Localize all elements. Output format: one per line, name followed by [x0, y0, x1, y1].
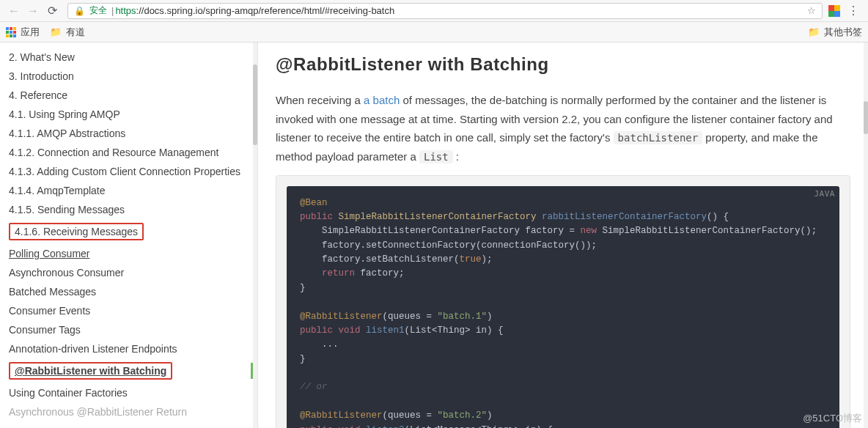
toc-item-label: Using Container Factories — [9, 387, 128, 399]
toc-item[interactable]: 4.1.5. Sending Messages — [4, 201, 257, 218]
toc-item-label: 4.1.2. Connection and Resource Managemen… — [9, 147, 218, 158]
apps-label[interactable]: 应用 — [21, 26, 40, 39]
bookmarks-bar: 应用 📁 有道 📁 其他书签 — [0, 22, 868, 43]
folder-icon: 📁 — [808, 26, 820, 37]
main-scrollbar-track[interactable] — [864, 43, 868, 428]
toc-item[interactable]: 4.1.2. Connection and Resource Managemen… — [4, 144, 257, 161]
toc-item-label: 4. Reference — [9, 89, 67, 101]
toc-item-label: Batched Messages — [9, 286, 96, 298]
toc-item[interactable]: 4.1. Using Spring AMQP — [4, 106, 257, 123]
toc-item-label: 4.1.6. Receiving Messages — [9, 223, 144, 240]
toc-item[interactable]: Consumer Tags — [4, 321, 257, 339]
forward-button[interactable]: → — [26, 4, 40, 18]
browser-toolbar: ← → ⟳ 🔒 安全 | https://docs.spring.io/spri… — [0, 0, 868, 22]
toc-item-label: @RabbitListener with Batching — [9, 362, 172, 380]
reload-button[interactable]: ⟳ — [45, 4, 59, 18]
other-bookmarks[interactable]: 其他书签 — [824, 26, 862, 39]
watermark: @51CTO博客 — [803, 412, 862, 425]
toc-item[interactable]: Asynchronous Consumer — [4, 264, 257, 281]
secure-label: 安全 — [89, 4, 107, 17]
page-body: 2. What's New3. Introduction4. Reference… — [0, 43, 868, 428]
extension-icon[interactable] — [828, 5, 840, 17]
toc-item-label: 3. Introduction — [9, 70, 74, 82]
toc-item-label: 4.1. Using Spring AMQP — [9, 108, 120, 120]
toc-item-label: Annotation-driven Listener Endpoints — [9, 343, 177, 355]
code-block-wrapper: JAVA @Bean public SimpleRabbitListenerCo… — [276, 175, 850, 428]
toc-item[interactable]: 2. What's New — [4, 48, 257, 66]
main-content: @RabbitListener with Batching When recei… — [258, 43, 868, 428]
toc-item[interactable]: Annotation-driven Listener Endpoints — [4, 340, 257, 358]
toc-item[interactable]: 4.1.3. Adding Custom Client Connection P… — [4, 163, 257, 180]
toc-item-label: 4.1.1. AMQP Abstractions — [9, 128, 125, 139]
apps-icon[interactable] — [6, 27, 16, 37]
back-button[interactable]: ← — [7, 4, 21, 18]
toc-item[interactable]: 4.1.1. AMQP Abstractions — [4, 125, 257, 142]
toc-item[interactable]: 4.1.4. AmqpTemplate — [4, 182, 257, 199]
main-scrollbar-thumb[interactable] — [864, 101, 868, 134]
folder-icon: 📁 — [50, 26, 62, 37]
url-separator: | — [111, 5, 114, 16]
toc-item-label: Consumer Events — [9, 305, 90, 317]
intro-paragraph: When receiving a a batch of messages, th… — [276, 91, 850, 166]
code-language-badge: JAVA — [814, 189, 836, 199]
browser-menu-icon[interactable]: ⋮ — [847, 4, 859, 18]
toc-item-label: Polling Consumer — [9, 248, 90, 259]
toc-item-label: Consumer Tags — [9, 324, 81, 336]
toc-item-label: Asynchronous @RabbitListener Return — [9, 406, 187, 418]
toc-item[interactable]: @RabbitListener with Batching — [4, 359, 257, 383]
toc-item-label: 4.1.3. Adding Custom Client Connection P… — [9, 166, 240, 177]
a-batch-link[interactable]: a batch — [364, 94, 400, 106]
inline-code-batchlistener: batchListener — [614, 131, 703, 144]
toc-item[interactable]: Batched Messages — [4, 283, 257, 300]
toc-item[interactable]: Polling Consumer — [4, 245, 257, 262]
bookmark-star-icon[interactable]: ☆ — [807, 5, 816, 16]
text: : — [453, 150, 459, 163]
toc-item[interactable]: 4.1.6. Receiving Messages — [4, 220, 257, 243]
toc-item[interactable]: Using Container Factories — [4, 384, 257, 402]
bookmark-folder-1[interactable]: 有道 — [66, 26, 85, 39]
toc-item[interactable]: Asynchronous @RabbitListener Return — [4, 403, 257, 421]
toc-item[interactable]: 3. Introduction — [4, 67, 257, 85]
code-block[interactable]: @Bean public SimpleRabbitListenerContain… — [287, 186, 839, 428]
toc-item[interactable]: 4. Reference — [4, 86, 257, 104]
url-scheme: https — [115, 5, 136, 16]
text: When receiving a — [276, 94, 364, 106]
url-path: ://docs.spring.io/spring-amqp/reference/… — [136, 5, 395, 16]
toc-sidebar: 2. What's New3. Introduction4. Reference… — [0, 43, 258, 428]
toc-item-label: 4.1.4. AmqpTemplate — [9, 185, 106, 196]
toc-item[interactable]: Consumer Events — [4, 302, 257, 320]
sidebar-scrollbar-thumb[interactable] — [253, 64, 257, 145]
toc-item-label: 2. What's New — [9, 51, 75, 63]
inline-code-list: List — [419, 150, 453, 163]
toc-item-label: Asynchronous Consumer — [9, 267, 124, 278]
toc-item-label: 4.1.5. Sending Messages — [9, 204, 125, 215]
section-title: @RabbitListener with Batching — [276, 54, 850, 75]
address-bar[interactable]: 🔒 安全 | https://docs.spring.io/spring-amq… — [67, 3, 823, 19]
lock-icon: 🔒 — [74, 6, 85, 16]
